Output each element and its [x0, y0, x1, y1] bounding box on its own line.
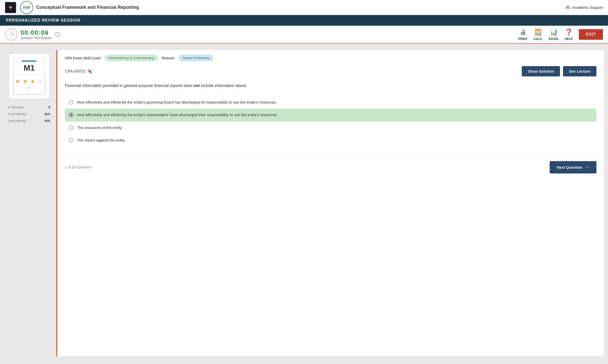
- star-2: ★: [23, 78, 28, 84]
- top-header: + FAR Conceptual Framework and Financial…: [0, 0, 608, 15]
- option-c-radio[interactable]: [69, 125, 73, 130]
- badge-bar: [22, 60, 37, 62]
- star-4: ★: [38, 78, 43, 84]
- academic-support-label: Academic Support: [572, 5, 603, 10]
- option-c[interactable]: The resources of the entity.: [65, 121, 596, 134]
- question-header: CPA-00015 🔖 Show Solution See Lecture: [65, 66, 596, 76]
- print-button[interactable]: 🖨 PRINT: [518, 28, 528, 41]
- option-d-text: The claims against the entity.: [77, 138, 125, 143]
- timer-info: 00:00:06 Question Time Elapsed: [21, 29, 52, 40]
- question-footer: 1 of 20 questions Next Question →: [65, 157, 596, 173]
- page-title: Conceptual Framework and Financial Repor…: [36, 5, 566, 10]
- far-badge-label: FAR: [23, 6, 30, 10]
- sidebar: M1 ★ ★ ★ ★ ★ # Attempts 0 First Attempt …: [4, 50, 54, 356]
- academic-support[interactable]: ✉ Academic Support: [566, 4, 603, 11]
- badge-level: M1: [14, 63, 45, 73]
- star-1: ★: [15, 78, 21, 84]
- stats-area: # Attempts 0 First Attempt N/A Last Atte…: [7, 104, 51, 124]
- bookmark-icon[interactable]: 🔖: [88, 69, 93, 74]
- stars: ★ ★ ★ ★ ★: [14, 78, 45, 91]
- options-list: How effectively and efficiently the enti…: [65, 96, 596, 147]
- question-count: 1 of 20 questions: [65, 165, 92, 169]
- question-id-row: CPA-00015 🔖: [65, 69, 93, 74]
- excel-button[interactable]: 📊 EXCEL: [549, 28, 559, 41]
- skill-tag: Remembering & Understanding: [105, 55, 158, 61]
- calc-icon: 🧮: [534, 28, 542, 36]
- question-italic: not: [193, 83, 200, 88]
- skill-row: CPA Exam Skill Level Remembering & Under…: [65, 55, 596, 61]
- toolbar-actions: 🖨 PRINT 🧮 CALC. 📊 EXCEL ❓ HELP EXIT: [518, 28, 603, 41]
- attempts-row: # Attempts 0: [7, 104, 51, 111]
- calc-button[interactable]: 🧮 CALC.: [534, 28, 543, 41]
- option-a-text: How effectively and efficiently the enti…: [77, 100, 277, 105]
- print-label: PRINT: [518, 37, 528, 41]
- attempts-value: 0: [49, 105, 50, 109]
- option-c-text: The resources of the entity.: [77, 125, 122, 131]
- star-5: ★: [26, 85, 32, 91]
- action-buttons: Show Solution See Lecture: [522, 66, 596, 76]
- help-label: HELP: [565, 37, 573, 41]
- option-b[interactable]: How effectively and efficiently the enti…: [65, 109, 596, 121]
- option-a[interactable]: How effectively and efficiently the enti…: [65, 96, 596, 109]
- timer-display: 00:00:06: [21, 29, 52, 36]
- print-icon: 🖨: [520, 28, 526, 36]
- last-attempt-value: N/A: [45, 119, 50, 123]
- show-solution-button[interactable]: Show Solution: [522, 66, 560, 76]
- first-attempt-label: First Attempt: [8, 112, 26, 116]
- option-b-radio[interactable]: [69, 113, 73, 117]
- badge-bottom: ★ ★ ★ ★ ★: [13, 75, 45, 95]
- reason-tag: Assess Proficiency: [179, 55, 213, 61]
- mail-icon: ✉: [566, 4, 570, 11]
- question-text-part1: Financial information provided in genera…: [65, 83, 193, 88]
- toolbar: 00:00:06 Question Time Elapsed i 🖨 PRINT…: [0, 26, 608, 44]
- excel-label: EXCEL: [549, 37, 559, 41]
- see-lecture-button[interactable]: See Lecture: [563, 66, 596, 76]
- help-icon: ❓: [565, 28, 573, 36]
- badge-container: M1 ★ ★ ★ ★ ★: [9, 54, 49, 99]
- badge-top: M1: [13, 58, 45, 75]
- plus-button[interactable]: +: [5, 2, 16, 13]
- question-text-part2: include information about:: [200, 83, 247, 88]
- clock-icon: [5, 28, 18, 41]
- last-attempt-label: Last Attempt: [8, 119, 26, 123]
- first-attempt-row: First Attempt N/A: [7, 111, 51, 117]
- main-content: M1 ★ ★ ★ ★ ★ # Attempts 0 First Attempt …: [0, 44, 608, 362]
- option-b-text: How effectively and efficiently the enti…: [77, 112, 278, 118]
- option-d-radio[interactable]: [69, 138, 73, 143]
- session-banner-title: PERSONALIZED REVIEW SESSION: [6, 18, 80, 22]
- question-id: CPA-00015: [65, 69, 85, 74]
- next-question-button[interactable]: Next Question →: [550, 161, 596, 173]
- exit-button[interactable]: EXIT: [579, 29, 603, 40]
- skill-level-label: CPA Exam Skill Level: [65, 56, 101, 60]
- next-button-label: Next Question: [557, 165, 582, 169]
- calc-label: CALC.: [534, 37, 543, 41]
- far-badge: FAR: [20, 1, 33, 14]
- first-attempt-value: N/A: [45, 112, 50, 116]
- timer-label: Question Time Elapsed: [21, 36, 52, 40]
- attempts-label: # Attempts: [8, 105, 23, 109]
- excel-icon: 📊: [550, 28, 558, 36]
- timer-area: 00:00:06 Question Time Elapsed i: [5, 28, 60, 41]
- question-text: Financial information provided in genera…: [65, 82, 596, 89]
- plus-icon: +: [9, 4, 13, 11]
- arrow-icon: →: [585, 165, 589, 170]
- option-d[interactable]: The claims against the entity.: [65, 134, 596, 147]
- question-panel: CPA Exam Skill Level Remembering & Under…: [56, 50, 604, 356]
- help-button[interactable]: ❓ HELP: [565, 28, 573, 41]
- session-banner: PERSONALIZED REVIEW SESSION: [0, 15, 608, 26]
- option-a-radio[interactable]: [69, 100, 73, 105]
- last-attempt-row: Last Attempt N/A: [7, 117, 51, 124]
- reason-label: Reason: [162, 56, 175, 60]
- star-3: ★: [30, 78, 36, 84]
- info-icon[interactable]: i: [55, 32, 60, 37]
